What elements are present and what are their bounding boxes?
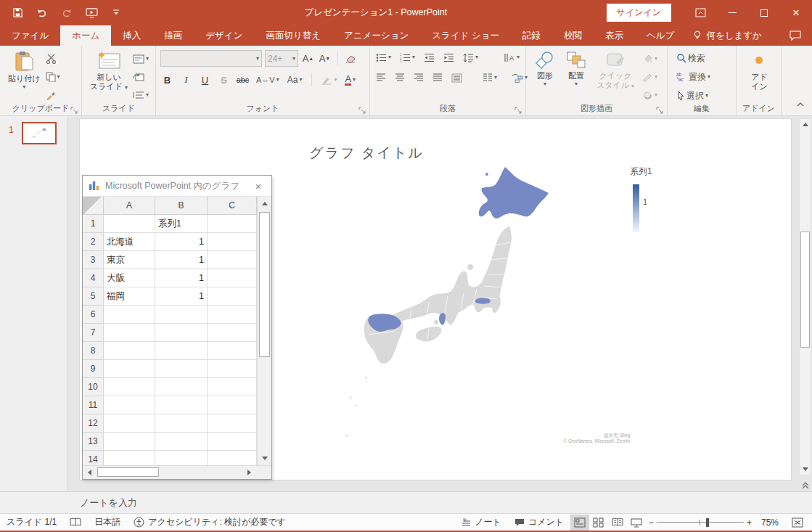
align-center-button[interactable] xyxy=(393,70,406,85)
zoom-in-button[interactable]: + xyxy=(744,514,755,531)
underline-button[interactable]: U xyxy=(198,72,212,88)
scroll-left-icon[interactable] xyxy=(84,467,94,477)
shape-fill-button[interactable]: ▾ xyxy=(641,52,659,66)
slide-layout-button[interactable]: ▾ xyxy=(131,52,150,66)
grid-horizontal-scrollbar[interactable] xyxy=(83,465,271,478)
shape-outline-button[interactable]: ▾ xyxy=(641,70,659,84)
fit-slide-button[interactable] xyxy=(785,514,812,531)
shadow-button[interactable]: S xyxy=(217,72,231,88)
copy-button[interactable]: ▾ xyxy=(44,70,62,84)
slide-thumbnail[interactable] xyxy=(22,122,57,144)
grid-hscroll-thumb[interactable] xyxy=(97,467,159,477)
tab-file[interactable]: ファイル xyxy=(0,25,60,46)
collapse-ribbon-icon[interactable] xyxy=(796,99,805,110)
zoom-slider-thumb[interactable] xyxy=(706,518,709,527)
addins-button[interactable]: アドイン xyxy=(747,49,771,103)
zoom-out-button[interactable]: − xyxy=(646,514,657,531)
tab-design[interactable]: デザイン xyxy=(194,25,254,46)
section-button[interactable]: ▾ xyxy=(131,88,150,102)
chart-title[interactable]: グラフ タイトル xyxy=(80,144,653,163)
ribbon-display-options-icon[interactable] xyxy=(684,0,716,25)
tab-review[interactable]: 校閲 xyxy=(552,25,594,46)
tab-draw[interactable]: 描画 xyxy=(152,25,194,46)
change-case-button[interactable]: Aa▾ xyxy=(286,73,304,87)
select-all-corner[interactable] xyxy=(83,197,104,215)
tab-slideshow[interactable]: スライド ショー xyxy=(420,25,511,46)
notes-toggle[interactable]: ノート xyxy=(455,514,508,531)
paragraph-dialog-launcher-icon[interactable] xyxy=(514,105,523,113)
cut-button[interactable] xyxy=(44,52,62,66)
start-slideshow-icon[interactable] xyxy=(84,6,99,20)
spellcheck-icon[interactable] xyxy=(63,514,88,531)
grow-font-button[interactable]: A▲ xyxy=(301,51,315,67)
column-header-b[interactable]: B xyxy=(155,197,208,215)
shrink-font-button[interactable]: A▼ xyxy=(318,51,332,67)
save-icon[interactable] xyxy=(10,6,25,20)
japan-map-chart[interactable] xyxy=(287,164,591,462)
strikethrough-button[interactable]: abc xyxy=(236,72,250,88)
shapes-button[interactable]: 図形 ▾ xyxy=(530,49,559,103)
scroll-right-icon[interactable] xyxy=(244,467,254,477)
tab-home[interactable]: ホーム xyxy=(60,25,111,46)
column-header-c[interactable]: C xyxy=(208,197,257,215)
clipboard-dialog-launcher-icon[interactable] xyxy=(70,105,79,113)
slide-sorter-view-button[interactable] xyxy=(589,515,608,531)
reading-view-button[interactable] xyxy=(608,515,627,531)
line-spacing-button[interactable]: ▾ xyxy=(462,50,480,65)
align-left-button[interactable] xyxy=(374,70,387,85)
numbering-button[interactable]: 123 ▾ xyxy=(398,50,417,65)
scroll-down-icon[interactable] xyxy=(259,453,270,464)
grid-vertical-scrollbar[interactable] xyxy=(257,197,271,465)
tab-view[interactable]: 表示 xyxy=(594,25,635,46)
close-icon[interactable]: × xyxy=(251,180,266,192)
customize-qat-icon[interactable] xyxy=(109,6,123,20)
columns-button[interactable]: ▾ xyxy=(481,70,499,85)
font-name-combo[interactable]: ▾ xyxy=(160,50,262,67)
font-color-button[interactable]: A ▾ xyxy=(343,73,357,87)
justify-button[interactable] xyxy=(431,70,444,85)
slideshow-view-button[interactable] xyxy=(627,515,646,531)
main-vscroll-thumb[interactable] xyxy=(800,232,810,348)
chart-data-window-titlebar[interactable]: Microsoft PowerPoint 内のグラフ × xyxy=(83,176,271,197)
text-highlight-button[interactable]: ▾ xyxy=(320,73,338,87)
maximize-button[interactable] xyxy=(748,0,780,25)
align-right-button[interactable] xyxy=(412,70,425,85)
scroll-up-icon[interactable] xyxy=(259,198,270,209)
replace-button[interactable]: abac 置換 ▾ xyxy=(675,70,733,84)
bold-button[interactable]: B xyxy=(160,72,174,88)
undo-icon[interactable] xyxy=(35,6,49,20)
shape-effects-button[interactable]: ▾ xyxy=(641,88,659,102)
tab-animations[interactable]: アニメーション xyxy=(332,25,420,46)
slide-counter[interactable]: スライド 1/1 xyxy=(0,514,63,531)
chart-data-window[interactable]: Microsoft PowerPoint 内のグラフ × A B C 1系列1 … xyxy=(82,175,272,480)
tab-help[interactable]: ヘルプ xyxy=(635,25,686,46)
arrange-button[interactable]: 配置 ▾ xyxy=(562,49,590,103)
reset-slide-button[interactable] xyxy=(131,70,150,84)
grid-rows[interactable]: 1系列1 2北海道1 3東京1 4大阪1 5福岡1 6 7 8 9 10 11 … xyxy=(83,215,257,465)
tab-insert[interactable]: 挿入 xyxy=(111,25,152,46)
bullets-button[interactable]: ▾ xyxy=(374,50,393,65)
font-dialog-launcher-icon[interactable] xyxy=(358,105,367,113)
minimize-button[interactable] xyxy=(716,0,748,25)
format-painter-button[interactable] xyxy=(44,88,62,102)
decrease-indent-button[interactable] xyxy=(422,50,436,65)
comments-icon[interactable] xyxy=(779,25,812,46)
italic-button[interactable]: I xyxy=(179,72,193,88)
chart-legend[interactable]: 系列1 1 xyxy=(630,165,673,178)
text-direction-button[interactable]: A ▾ xyxy=(502,50,521,65)
previous-slide-icon[interactable] xyxy=(802,479,809,492)
scroll-up-icon[interactable] xyxy=(800,119,811,130)
find-button[interactable]: 検索 xyxy=(675,51,733,65)
tab-transitions[interactable]: 画面切り替え xyxy=(254,25,332,46)
distribute-button[interactable] xyxy=(450,70,464,85)
tell-me-box[interactable]: 何をしますか xyxy=(686,25,768,46)
column-header-a[interactable]: A xyxy=(104,197,155,215)
zoom-slider[interactable] xyxy=(657,515,744,531)
paste-button[interactable]: 貼り付け ▾ xyxy=(4,49,44,103)
accessibility-status[interactable]: アクセシビリティ: 検討が必要です xyxy=(127,514,292,531)
tab-record[interactable]: 記録 xyxy=(511,25,552,46)
scroll-down-icon[interactable] xyxy=(800,464,811,475)
notes-placeholder[interactable]: ノートを入力 xyxy=(80,496,137,510)
font-size-combo[interactable]: 24+▾ xyxy=(265,50,298,67)
new-slide-button[interactable]: 新しい スライド ▾ xyxy=(86,49,131,103)
